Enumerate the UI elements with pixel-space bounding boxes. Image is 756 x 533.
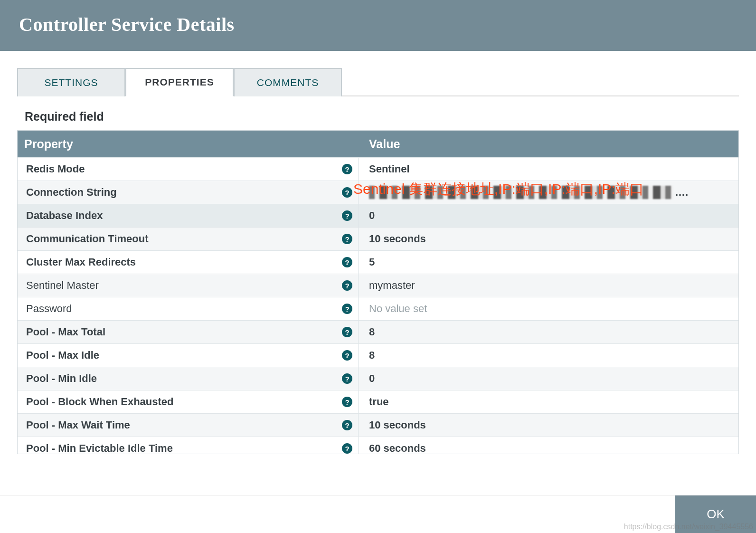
help-icon[interactable]: ? [342,397,352,407]
property-name-label: Pool - Max Idle [26,349,99,362]
property-name-cell: Database Index? [18,204,359,227]
property-value-label: true [369,396,389,408]
help-icon[interactable]: ? [342,443,352,454]
property-value-cell[interactable]: 8 [359,344,738,367]
property-value-label: Sentinel [369,163,410,175]
property-name-label: Pool - Max Total [26,326,105,338]
help-icon[interactable]: ? [342,210,352,221]
property-value-cell[interactable]: 5 [359,251,738,274]
property-name-cell: Password? [18,297,359,320]
table-row[interactable]: Pool - Min Idle?0 [18,367,738,390]
property-name-label: Cluster Max Redirects [26,256,136,268]
property-name-label: Database Index [26,209,103,222]
help-icon[interactable]: ? [342,350,352,361]
table-row[interactable]: Pool - Block When Exhausted?true [18,390,738,413]
table-row[interactable]: Pool - Max Wait Time?10 seconds [18,413,738,437]
property-name-cell: Pool - Block When Exhausted? [18,390,359,413]
tab-settings[interactable]: SETTINGS [17,68,125,96]
property-value-cell[interactable]: 8 [359,321,738,343]
property-value-label: 10 seconds [369,233,426,245]
help-icon[interactable]: ? [342,234,352,244]
table-row[interactable]: Pool - Min Evictable Idle Time?60 second… [18,437,738,454]
table-row[interactable]: Database Index?0 [18,204,738,227]
property-value-label: 0 [369,372,375,385]
help-icon[interactable]: ? [342,164,352,174]
help-icon[interactable]: ? [342,257,352,267]
property-name-label: Redis Mode [26,163,85,175]
property-value-cell[interactable]: 0 [359,367,738,390]
properties-table: Property Value Redis Mode?SentinelConnec… [17,130,739,454]
table-row[interactable]: Pool - Max Idle?8 [18,343,738,367]
property-value-label: 10 seconds [369,419,426,431]
property-value-label: 5 [369,256,375,268]
table-row[interactable]: Password?No value set [18,297,738,320]
property-name-cell: Sentinel Master? [18,274,359,297]
property-name-cell: Connection String? [18,181,359,204]
required-field-label: Required field [25,110,739,124]
tab-comments[interactable]: COMMENTS [234,68,342,96]
tab-properties[interactable]: PROPERTIES [125,68,234,96]
annotation-overlay: Sentinel 集群连接地址,IP:端口,IP:端口,IP:端口 [353,180,644,199]
property-name-label: Password [26,303,72,315]
property-value-label: 8 [369,326,375,338]
property-name-cell: Pool - Min Idle? [18,367,359,390]
property-value-label: 8 [369,349,375,362]
help-icon[interactable]: ? [342,304,352,314]
property-name-label: Communication Timeout [26,233,149,245]
header-value: Value [359,137,738,151]
watermark: https://blog.csdn.net/weixin_39445556 [624,523,753,531]
property-name-label: Pool - Block When Exhausted [26,396,173,408]
help-icon[interactable]: ? [342,187,352,198]
property-value-cell[interactable]: 10 seconds [359,228,738,250]
property-value-label: No value set [369,303,427,315]
property-name-label: Pool - Min Idle [26,372,97,385]
property-value-cell[interactable]: true [359,390,738,413]
table-row[interactable]: Pool - Max Total?8 [18,320,738,343]
property-name-cell: Pool - Max Idle? [18,344,359,367]
property-name-cell: Cluster Max Redirects? [18,251,359,274]
table-row[interactable]: Redis Mode?Sentinel [18,157,738,181]
property-name-cell: Pool - Max Wait Time? [18,414,359,437]
table-row[interactable]: Cluster Max Redirects?5 [18,250,738,274]
property-value-cell[interactable]: 10 seconds [359,414,738,437]
content-area: SETTINGS PROPERTIES COMMENTS Required fi… [0,51,756,454]
table-row[interactable]: Sentinel Master?mymaster [18,274,738,297]
dialog-header: Controller Service Details [0,0,756,51]
table-row[interactable]: Communication Timeout?10 seconds [18,227,738,250]
dialog-title: Controller Service Details [19,13,737,36]
property-name-label: Connection String [26,186,117,199]
header-property: Property [18,137,359,151]
help-icon[interactable]: ? [342,280,352,291]
table-header: Property Value [18,131,738,157]
property-value-cell[interactable]: 60 seconds [359,437,738,454]
help-icon[interactable]: ? [342,327,352,337]
property-value-cell[interactable]: 0 [359,204,738,227]
table-body: Redis Mode?SentinelConnection String?….D… [18,157,738,454]
property-value-label: 60 seconds [369,442,426,454]
property-name-cell: Pool - Min Evictable Idle Time? [18,437,359,454]
property-name-label: Pool - Min Evictable Idle Time [26,442,173,454]
property-name-label: Sentinel Master [26,279,99,292]
property-name-label: Pool - Max Wait Time [26,419,130,431]
property-value-cell[interactable]: No value set [359,297,738,320]
property-name-cell: Pool - Max Total? [18,321,359,343]
tabs-row: SETTINGS PROPERTIES COMMENTS [17,68,739,96]
help-icon[interactable]: ? [342,373,352,384]
help-icon[interactable]: ? [342,420,352,430]
property-name-cell: Communication Timeout? [18,228,359,250]
property-value-cell[interactable]: Sentinel [359,158,738,181]
property-name-cell: Redis Mode? [18,158,359,181]
property-value-cell[interactable]: mymaster [359,274,738,297]
property-value-label: mymaster [369,279,415,292]
property-value-label: 0 [369,209,375,222]
